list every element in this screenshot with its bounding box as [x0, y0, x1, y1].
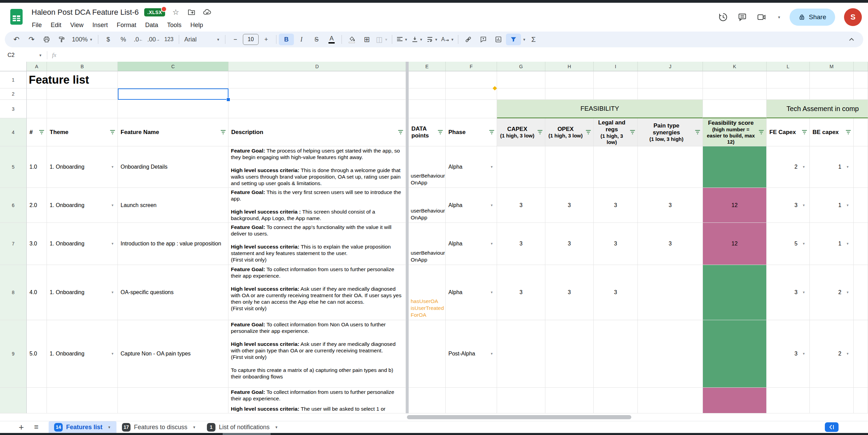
filter-icon[interactable] — [536, 130, 544, 135]
cell-D1[interactable] — [228, 71, 406, 88]
cell-A7[interactable]: 3.0 — [27, 223, 47, 265]
sheet-tab-features-to-discuss[interactable]: 17Features to discuss▼ — [116, 421, 201, 433]
cell-C10[interactable] — [118, 388, 228, 413]
cell-A6[interactable]: 2.0 — [27, 188, 47, 223]
cell-K3[interactable] — [703, 100, 767, 118]
cell-H7[interactable]: 3 — [545, 223, 594, 265]
filter-icon[interactable] — [219, 130, 227, 135]
filter-icon[interactable] — [757, 130, 765, 135]
cell-E5[interactable]: userBehaviourOnApp — [409, 146, 446, 188]
feasibility-band[interactable]: FEASIBILITY — [497, 100, 703, 118]
column-header-M[interactable]: M — [810, 62, 854, 71]
fill-handle[interactable] — [226, 98, 230, 101]
filter-icon[interactable] — [397, 130, 404, 135]
row-header-1[interactable]: 1 — [0, 71, 27, 88]
filter-icon[interactable] — [584, 130, 592, 135]
cell-A3[interactable] — [27, 100, 47, 118]
cell-I1[interactable] — [594, 71, 638, 88]
cell-F3[interactable] — [446, 100, 497, 118]
header-cell-A[interactable]: # — [27, 118, 47, 146]
cell-N5[interactable] — [854, 146, 868, 188]
cell-J6[interactable]: 3 — [638, 188, 703, 223]
cell-G10[interactable] — [497, 388, 545, 413]
cell-N10[interactable] — [854, 388, 868, 413]
header-cell-E[interactable]: DATA points — [409, 118, 446, 146]
row-header-2[interactable]: 2 — [0, 88, 27, 100]
cell-F10[interactable] — [446, 388, 497, 413]
cell-M10[interactable] — [810, 388, 854, 413]
cell-G9[interactable] — [497, 320, 545, 388]
cell-A5[interactable]: 1.0 — [27, 146, 47, 188]
cell-K8[interactable] — [703, 265, 767, 320]
header-cell-B[interactable]: Theme — [47, 118, 118, 146]
cell-I7[interactable]: 3 — [594, 223, 638, 265]
cell-D2[interactable] — [228, 88, 406, 100]
cell-G7[interactable]: 3 — [497, 223, 545, 265]
header-cell-I[interactable]: Legal and regs(1 high, 3 low) — [594, 118, 638, 146]
dropdown-arrow[interactable]: ▼ — [802, 352, 805, 355]
filter-icon[interactable] — [801, 130, 808, 135]
cell-F9[interactable]: Post-Alpha▼ — [446, 320, 497, 388]
cell-J1[interactable] — [638, 71, 703, 88]
cell-C9[interactable]: Capture Non - OA pain types — [118, 320, 228, 388]
cell-L2[interactable] — [767, 88, 810, 100]
header-cell-M[interactable]: BE capex — [810, 118, 854, 146]
cell-G6[interactable]: 3 — [497, 188, 545, 223]
column-header-L[interactable]: L — [767, 62, 810, 71]
row-header-6[interactable]: 6 — [0, 188, 27, 223]
all-sheets-icon[interactable]: ≡ — [29, 422, 44, 432]
cell-M8[interactable]: 2▼ — [810, 265, 854, 320]
cell-K9[interactable] — [703, 320, 767, 388]
cell-N6[interactable] — [854, 188, 868, 223]
cell-A1-feature-list-title[interactable]: Feature list — [29, 72, 89, 88]
dropdown-arrow[interactable]: ▼ — [802, 291, 805, 294]
cell-F8[interactable]: Alpha▼ — [446, 265, 497, 320]
cell-J8[interactable] — [638, 265, 703, 320]
dropdown-arrow[interactable]: ▼ — [490, 352, 493, 355]
cell-D8[interactable]: Feature Goal: To collect information fro… — [228, 265, 406, 320]
cell-M6[interactable]: 1▼ — [810, 188, 854, 223]
dropdown-arrow[interactable]: ▼ — [111, 291, 114, 294]
cell-A9[interactable]: 5.0 — [27, 320, 47, 388]
header-cell-D[interactable]: Description — [228, 118, 406, 146]
dropdown-arrow[interactable]: ▼ — [802, 242, 805, 245]
tech-assessment-band[interactable]: Tech Assement in comp — [767, 100, 868, 118]
cell-G8[interactable]: 3 — [497, 265, 545, 320]
row-header-9[interactable]: 9 — [0, 320, 27, 388]
filter-icon[interactable] — [38, 130, 45, 135]
cell-E3[interactable] — [409, 100, 446, 118]
cell-M2[interactable] — [810, 88, 854, 100]
cell-L5[interactable]: 2▼ — [767, 146, 810, 188]
cell-H10[interactable] — [545, 388, 594, 413]
cell-D7[interactable]: Feature Goal: To connect the app's funct… — [228, 223, 406, 265]
column-header-D[interactable]: D — [228, 62, 406, 71]
cell-C1[interactable] — [118, 71, 228, 88]
dropdown-arrow[interactable]: ▼ — [846, 204, 849, 207]
cell-I9[interactable] — [594, 320, 638, 388]
header-cell-J[interactable]: Pain type synergies(1 low, 3 high) — [638, 118, 703, 146]
column-header-F[interactable]: F — [446, 62, 497, 71]
column-header-G[interactable]: G — [497, 62, 545, 71]
cell-D10[interactable]: Feature Goal: To collect information fro… — [228, 388, 406, 413]
cell-A8[interactable]: 4.0 — [27, 265, 47, 320]
cell-E2[interactable] — [409, 88, 446, 100]
cell-L8[interactable]: 3▼ — [767, 265, 810, 320]
cell-H8[interactable]: 3 — [545, 265, 594, 320]
cell-B2[interactable] — [47, 88, 118, 100]
header-cell-L[interactable]: FE Capex — [767, 118, 810, 146]
filter-icon[interactable] — [488, 130, 495, 135]
dropdown-arrow[interactable]: ▼ — [111, 242, 114, 245]
row-header-5[interactable]: 5 — [0, 146, 27, 188]
cell-L7[interactable]: 5▼ — [767, 223, 810, 265]
column-header-K[interactable]: K — [703, 62, 767, 71]
cell-C3[interactable] — [118, 100, 228, 118]
sheet-tab-features-list[interactable]: 14Features list▼ — [49, 421, 116, 433]
dropdown-arrow[interactable]: ▼ — [846, 352, 849, 355]
cell-C7[interactable]: Introduction to the app : value proposit… — [118, 223, 228, 265]
select-all-corner[interactable] — [0, 62, 27, 71]
column-header-C[interactable]: C — [118, 62, 228, 71]
sheet-tab-menu-icon[interactable]: ▼ — [108, 425, 111, 429]
dropdown-arrow[interactable]: ▼ — [490, 204, 493, 207]
dropdown-arrow[interactable]: ▼ — [846, 242, 849, 245]
cell-K7[interactable]: 12 — [703, 223, 767, 265]
